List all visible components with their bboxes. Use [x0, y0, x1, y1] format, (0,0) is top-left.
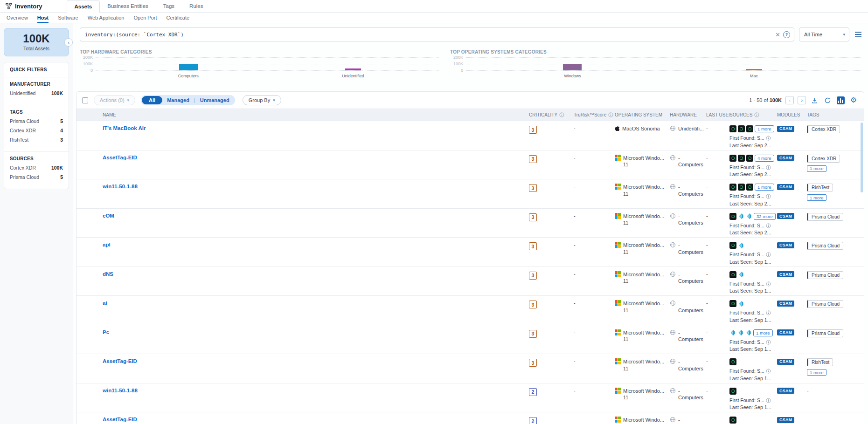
tag-chip-prisma-cloud[interactable]: Prisma Cloud	[807, 271, 843, 279]
subnav-web-application[interactable]: Web Application	[88, 13, 125, 23]
query-input[interactable]: inventory:(source: `Cortex XDR`) ✕ ?	[80, 27, 794, 41]
cortex-xdr-source-icon[interactable]	[729, 184, 736, 191]
cortex-xdr-source-icon[interactable]	[746, 125, 753, 132]
bar-mac[interactable]	[746, 69, 762, 71]
asset-name-link[interactable]: AssetTag-EID	[97, 155, 137, 160]
tab-assets[interactable]: Assets	[67, 0, 100, 13]
tag-chip-rishtest[interactable]: RishTest	[807, 358, 833, 366]
cortex-xdr-source-icon[interactable]	[729, 213, 736, 220]
cortex-xdr-source-icon[interactable]	[738, 184, 745, 191]
column-header-hardware[interactable]: HARDWARE	[670, 109, 706, 121]
column-header-criticality[interactable]: CRITICALITY	[529, 109, 574, 121]
cortex-xdr-source-icon[interactable]	[729, 271, 736, 278]
group-by-button[interactable]: Group By ▾	[243, 95, 281, 105]
asset-name-link[interactable]: apl	[97, 242, 111, 247]
cortex-xdr-source-icon[interactable]	[738, 125, 745, 132]
column-header-name[interactable]: NAME	[97, 109, 529, 121]
tag-chip-cortex-xdr[interactable]: Cortex XDR	[807, 155, 840, 163]
column-header-operating-system[interactable]: OPERATING SYSTEM	[615, 109, 670, 121]
sources-more-button[interactable]: 32 more	[754, 213, 776, 220]
prisma-cloud-source-icon[interactable]	[746, 213, 752, 219]
asset-name-link[interactable]: win11-50-1-88	[97, 184, 138, 189]
bar-windows[interactable]	[563, 64, 582, 70]
prisma-cloud-source-icon[interactable]	[738, 242, 744, 249]
cortex-xdr-source-icon[interactable]	[729, 417, 736, 424]
subnav-host[interactable]: Host	[37, 13, 49, 23]
refresh-icon[interactable]	[823, 96, 832, 105]
tag-chip-prisma-cloud[interactable]: Prisma Cloud	[807, 213, 843, 221]
time-range-select[interactable]: All Time ▾	[799, 27, 849, 41]
prev-page-button[interactable]: ‹	[785, 96, 794, 104]
prisma-cloud-source-icon[interactable]	[745, 329, 752, 336]
column-header-last-user[interactable]: LAST USER	[706, 109, 729, 121]
gear-icon[interactable]: ⚙	[849, 96, 858, 105]
next-page-button[interactable]: ›	[798, 96, 806, 104]
cortex-xdr-source-icon[interactable]	[729, 125, 736, 132]
prisma-cloud-source-icon[interactable]	[729, 329, 736, 336]
select-all-checkbox[interactable]	[82, 97, 88, 103]
column-header-tags[interactable]: TAGS	[807, 109, 864, 121]
cortex-xdr-source-icon[interactable]	[746, 155, 753, 162]
cortex-xdr-source-icon[interactable]	[738, 155, 745, 162]
sidebar-collapse-button[interactable]: ‹	[64, 38, 73, 47]
clear-query-icon[interactable]: ✕	[772, 31, 783, 38]
subnav-open-port[interactable]: Open Port	[133, 13, 157, 23]
filter-item-cortex-xdr[interactable]: Cortex XDR4	[10, 128, 63, 133]
filter-item-cortex-xdr[interactable]: Cortex XDR100K	[10, 165, 63, 171]
sources-more-button[interactable]: 4 more	[755, 155, 774, 162]
bar-computers[interactable]	[179, 64, 198, 70]
asset-name-link[interactable]: cOM	[97, 213, 114, 219]
sources-more-button[interactable]: 1 more	[755, 184, 774, 191]
asset-name-link[interactable]: ai	[97, 300, 107, 306]
tag-chip-prisma-cloud[interactable]: Prisma Cloud	[807, 300, 843, 308]
cortex-xdr-source-icon[interactable]	[729, 358, 736, 365]
tags-more-button[interactable]: 1 more	[807, 165, 826, 172]
query-text[interactable]: inventory:(source: `Cortex XDR`)	[85, 32, 772, 38]
asset-name-link[interactable]: AssetTag-EID	[97, 358, 137, 364]
bar-unidentified[interactable]	[345, 68, 361, 70]
asset-name-link[interactable]: win11-50-1-88	[97, 388, 138, 393]
tab-rules[interactable]: Rules	[182, 0, 210, 12]
chart-view-icon[interactable]	[836, 96, 845, 105]
column-header-trurisk-score[interactable]: TruRisk™Score	[574, 109, 615, 121]
asset-name-link[interactable]: Pc	[97, 329, 109, 335]
help-icon[interactable]: ?	[783, 31, 790, 38]
segment-managed[interactable]: Managed	[162, 96, 194, 104]
cortex-xdr-source-icon[interactable]	[729, 388, 736, 395]
tab-tags[interactable]: Tags	[156, 0, 182, 12]
column-header-modules[interactable]: MODULES	[777, 109, 807, 121]
prisma-cloud-source-icon[interactable]	[738, 213, 744, 219]
sources-more-button[interactable]: 1 more	[753, 329, 773, 336]
prisma-cloud-source-icon[interactable]	[737, 329, 744, 336]
filter-item-prisma-cloud[interactable]: Prisma Cloud5	[10, 174, 63, 180]
table-scrollbar[interactable]	[861, 123, 863, 192]
filter-item-unidentified[interactable]: Unidentified100K	[10, 90, 63, 96]
tags-more-button[interactable]: 1 more	[807, 369, 826, 376]
segment-all[interactable]: All	[142, 96, 162, 104]
prisma-cloud-source-icon[interactable]	[738, 301, 744, 307]
prisma-cloud-source-icon[interactable]	[738, 271, 744, 278]
asset-name-link[interactable]: AssetTag-EID	[97, 417, 137, 422]
sources-more-button[interactable]: 1 more	[755, 125, 774, 132]
subnav-certificate[interactable]: Certificate	[167, 13, 190, 23]
tag-chip-prisma-cloud[interactable]: Prisma Cloud	[807, 242, 843, 250]
column-header-sources[interactable]: SOURCES	[729, 109, 777, 121]
tag-chip-rishtest[interactable]: RishTest	[807, 184, 833, 191]
cortex-xdr-source-icon[interactable]	[729, 155, 736, 162]
tag-chip-prisma-cloud[interactable]: Prisma Cloud	[807, 329, 843, 337]
tag-chip-cortex-xdr[interactable]: Cortex XDR	[807, 125, 840, 133]
subnav-overview[interactable]: Overview	[7, 13, 28, 23]
cortex-xdr-source-icon[interactable]	[746, 184, 753, 191]
tab-business-entities[interactable]: Business Entities	[100, 0, 156, 12]
menu-icon[interactable]	[854, 31, 862, 38]
cortex-xdr-source-icon[interactable]	[729, 242, 736, 249]
filter-item-prisma-cloud[interactable]: Prisma Cloud5	[10, 118, 63, 124]
asset-name-link[interactable]: dNS	[97, 271, 113, 277]
subnav-software[interactable]: Software	[58, 13, 78, 23]
asset-name-link[interactable]: IT's MacBook Air	[97, 125, 146, 131]
filter-item-rishtest[interactable]: RishTest3	[10, 137, 63, 143]
tags-more-button[interactable]: 1 more	[807, 194, 826, 201]
cortex-xdr-source-icon[interactable]	[729, 300, 736, 307]
actions-button[interactable]: Actions (0) ▾	[94, 95, 135, 105]
download-icon[interactable]	[810, 96, 819, 105]
